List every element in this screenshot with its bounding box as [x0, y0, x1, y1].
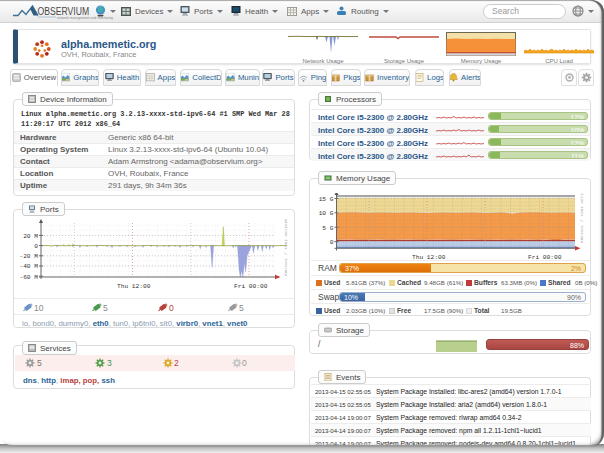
svg-text:RRDTOOL / TOBI OETIKER: RRDTOOL / TOBI OETIKER [283, 219, 288, 276]
svg-text:20 M: 20 M [23, 233, 38, 240]
svg-text:Thu 12:00: Thu 12:00 [117, 283, 151, 290]
svg-text:-60 M: -60 M [19, 274, 38, 281]
svg-text:Fri 00:00: Fri 00:00 [234, 283, 268, 290]
svg-text:-20 M: -20 M [19, 253, 38, 260]
svg-text:-40 M: -40 M [19, 263, 38, 270]
svg-text:RRDTOOL / TOBI OETIKER: RRDTOOL / TOBI OETIKER [579, 193, 584, 243]
svg-text:0: 0 [34, 243, 38, 250]
svg-text:0: 0 [330, 239, 334, 246]
svg-text:5 G: 5 G [322, 225, 333, 232]
svg-text:10 G: 10 G [319, 210, 334, 217]
svg-text:15 G: 15 G [319, 196, 334, 203]
